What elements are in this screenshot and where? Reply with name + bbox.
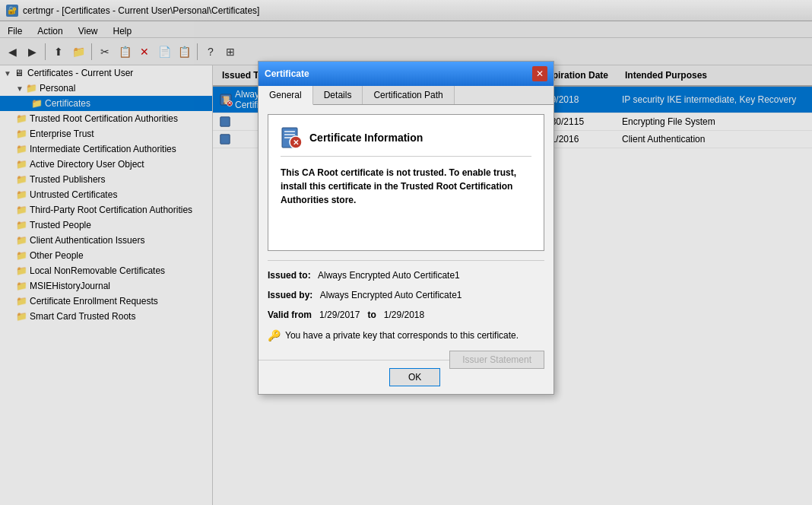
cert-issued-to-value: Always Encrypted Auto Certificate1	[318, 270, 460, 281]
cert-details: Issued to: Always Encrypted Auto Certifi…	[268, 260, 544, 341]
svg-rect-6	[284, 134, 295, 135]
tab-certification-path[interactable]: Certification Path	[363, 86, 454, 104]
ok-button[interactable]: OK	[389, 368, 440, 386]
dialog-title: Certificate	[265, 68, 309, 79]
dialog-content: ✕ Certificate Information This CA Root c…	[259, 105, 553, 360]
key-icon: 🔑	[268, 329, 281, 341]
dialog-footer: OK	[259, 360, 449, 394]
modal-overlay: Certificate ✕ General Details Certificat…	[0, 0, 812, 505]
cert-info-title: Certificate Information	[309, 132, 423, 144]
dialog-tabs: General Details Certification Path	[259, 86, 553, 105]
cert-private-key-row: 🔑 You have a private key that correspond…	[268, 329, 544, 341]
svg-text:✕: ✕	[293, 138, 299, 147]
dialog-close-button[interactable]: ✕	[532, 66, 547, 81]
cert-warning-badge: ✕	[281, 127, 302, 148]
cert-valid-from-label: Valid from	[268, 310, 312, 320]
svg-rect-5	[284, 131, 295, 132]
cert-valid-from-date: 1/29/2017	[319, 310, 360, 320]
cert-warning-text: This CA Root certificate is not trusted.…	[281, 166, 531, 207]
cert-private-key-text: You have a private key that corresponds …	[285, 330, 519, 341]
cert-valid-to-label: to	[367, 310, 376, 320]
cert-issued-by-label: Issued by:	[268, 290, 312, 300]
issuer-statement-button[interactable]: Issuer Statement	[449, 351, 544, 369]
certificate-dialog: Certificate ✕ General Details Certificat…	[258, 61, 554, 395]
cert-validity-row: Valid from 1/29/2017 to 1/29/2018	[268, 310, 544, 320]
cert-issued-to-row: Issued to: Always Encrypted Auto Certifi…	[268, 270, 544, 281]
cert-info-header: ✕ Certificate Information	[281, 127, 531, 157]
cert-main-icon: ✕	[281, 127, 302, 148]
cert-issued-to-label: Issued to:	[268, 270, 311, 281]
tab-general[interactable]: General	[259, 86, 313, 105]
tab-details[interactable]: Details	[313, 86, 363, 104]
cert-info-box: ✕ Certificate Information This CA Root c…	[268, 114, 544, 251]
cert-issued-by-value: Always Encrypted Auto Certificate1	[320, 290, 462, 300]
cert-valid-to-date: 1/29/2018	[384, 310, 424, 320]
cert-issued-by-row: Issued by: Always Encrypted Auto Certifi…	[268, 290, 544, 300]
dialog-title-bar: Certificate ✕	[259, 62, 553, 86]
